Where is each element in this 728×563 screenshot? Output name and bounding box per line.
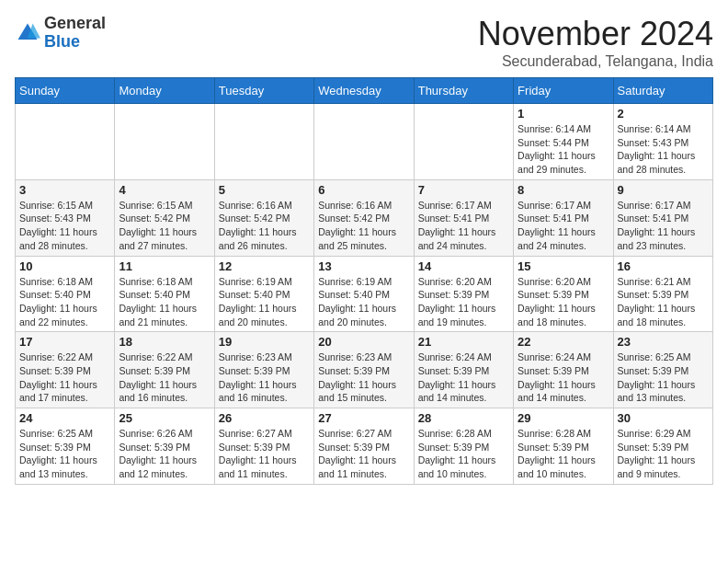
week-row-1: 1Sunrise: 6:14 AMSunset: 5:44 PMDaylight… [16, 104, 713, 180]
day-info: Sunrise: 6:20 AMSunset: 5:39 PMDaylight:… [418, 275, 509, 329]
day-info: Sunrise: 6:17 AMSunset: 5:41 PMDaylight:… [518, 199, 609, 253]
day-number: 18 [119, 335, 210, 349]
calendar-cell: 29Sunrise: 6:28 AMSunset: 5:39 PMDayligh… [514, 408, 613, 485]
col-header-monday: Monday [115, 78, 214, 104]
day-info: Sunrise: 6:29 AMSunset: 5:39 PMDaylight:… [618, 427, 709, 481]
calendar-cell: 26Sunrise: 6:27 AMSunset: 5:39 PMDayligh… [214, 408, 313, 485]
day-number: 24 [19, 411, 110, 425]
day-info: Sunrise: 6:15 AMSunset: 5:43 PMDaylight:… [19, 199, 110, 253]
day-info: Sunrise: 6:25 AMSunset: 5:39 PMDaylight:… [19, 427, 110, 481]
location-subtitle: Secunderabad, Telangana, India [478, 53, 713, 70]
calendar-cell [115, 104, 214, 180]
day-info: Sunrise: 6:22 AMSunset: 5:39 PMDaylight:… [19, 350, 110, 405]
day-info: Sunrise: 6:19 AMSunset: 5:40 PMDaylight:… [318, 275, 409, 329]
day-number: 13 [318, 259, 409, 273]
week-row-5: 24Sunrise: 6:25 AMSunset: 5:39 PMDayligh… [16, 408, 713, 485]
week-row-3: 10Sunrise: 6:18 AMSunset: 5:40 PMDayligh… [16, 256, 713, 332]
title-block: November 2024 Secunderabad, Telangana, I… [478, 15, 713, 70]
calendar-cell [16, 104, 115, 180]
col-header-tuesday: Tuesday [214, 78, 313, 104]
day-info: Sunrise: 6:14 AMSunset: 5:43 PMDaylight:… [618, 122, 709, 177]
day-info: Sunrise: 6:26 AMSunset: 5:39 PMDaylight:… [119, 427, 210, 481]
col-header-friday: Friday [514, 78, 613, 104]
day-number: 23 [618, 335, 709, 349]
calendar-cell [414, 104, 513, 180]
day-number: 25 [119, 411, 210, 425]
logo: General Blue [15, 15, 106, 52]
day-number: 1 [518, 107, 609, 121]
day-number: 30 [618, 411, 709, 425]
calendar-cell: 11Sunrise: 6:18 AMSunset: 5:40 PMDayligh… [115, 256, 214, 332]
calendar-cell: 25Sunrise: 6:26 AMSunset: 5:39 PMDayligh… [115, 408, 214, 485]
day-number: 7 [418, 183, 509, 197]
logo-general-text: General [44, 15, 106, 33]
day-info: Sunrise: 6:18 AMSunset: 5:40 PMDaylight:… [19, 275, 110, 329]
day-number: 4 [119, 183, 210, 197]
day-info: Sunrise: 6:28 AMSunset: 5:39 PMDaylight:… [418, 427, 509, 481]
calendar-cell: 2Sunrise: 6:14 AMSunset: 5:43 PMDaylight… [613, 104, 712, 180]
day-number: 9 [618, 183, 709, 197]
calendar-cell: 16Sunrise: 6:21 AMSunset: 5:39 PMDayligh… [613, 256, 712, 332]
calendar-cell: 3Sunrise: 6:15 AMSunset: 5:43 PMDaylight… [16, 179, 115, 256]
calendar-cell: 12Sunrise: 6:19 AMSunset: 5:40 PMDayligh… [214, 256, 313, 332]
calendar-cell: 24Sunrise: 6:25 AMSunset: 5:39 PMDayligh… [16, 408, 115, 485]
day-info: Sunrise: 6:28 AMSunset: 5:39 PMDaylight:… [518, 427, 609, 481]
calendar-cell: 17Sunrise: 6:22 AMSunset: 5:39 PMDayligh… [16, 332, 115, 408]
calendar-cell: 4Sunrise: 6:15 AMSunset: 5:42 PMDaylight… [115, 179, 214, 256]
day-number: 21 [418, 335, 509, 349]
calendar-cell: 9Sunrise: 6:17 AMSunset: 5:41 PMDaylight… [613, 179, 712, 256]
day-number: 27 [318, 411, 409, 425]
day-number: 26 [219, 411, 310, 425]
calendar-cell: 22Sunrise: 6:24 AMSunset: 5:39 PMDayligh… [514, 332, 613, 408]
day-number: 19 [219, 335, 310, 349]
calendar-table: SundayMondayTuesdayWednesdayThursdayFrid… [15, 77, 713, 485]
day-info: Sunrise: 6:27 AMSunset: 5:39 PMDaylight:… [318, 427, 409, 481]
calendar-cell: 8Sunrise: 6:17 AMSunset: 5:41 PMDaylight… [514, 179, 613, 256]
col-header-saturday: Saturday [613, 78, 712, 104]
day-number: 8 [518, 183, 609, 197]
calendar-cell: 27Sunrise: 6:27 AMSunset: 5:39 PMDayligh… [314, 408, 414, 485]
day-info: Sunrise: 6:24 AMSunset: 5:39 PMDaylight:… [418, 350, 509, 405]
day-number: 10 [19, 259, 110, 273]
col-header-sunday: Sunday [16, 78, 115, 104]
day-info: Sunrise: 6:23 AMSunset: 5:39 PMDaylight:… [318, 350, 409, 405]
calendar-cell: 14Sunrise: 6:20 AMSunset: 5:39 PMDayligh… [414, 256, 513, 332]
calendar-cell: 7Sunrise: 6:17 AMSunset: 5:41 PMDaylight… [414, 179, 513, 256]
calendar-cell: 10Sunrise: 6:18 AMSunset: 5:40 PMDayligh… [16, 256, 115, 332]
calendar-cell: 13Sunrise: 6:19 AMSunset: 5:40 PMDayligh… [314, 256, 414, 332]
calendar-cell [314, 104, 414, 180]
col-header-thursday: Thursday [414, 78, 513, 104]
day-info: Sunrise: 6:20 AMSunset: 5:39 PMDaylight:… [518, 275, 609, 329]
day-info: Sunrise: 6:24 AMSunset: 5:39 PMDaylight:… [518, 350, 609, 405]
calendar-cell: 20Sunrise: 6:23 AMSunset: 5:39 PMDayligh… [314, 332, 414, 408]
calendar-cell [214, 104, 313, 180]
day-number: 6 [318, 183, 409, 197]
day-info: Sunrise: 6:21 AMSunset: 5:39 PMDaylight:… [618, 275, 709, 329]
day-number: 3 [19, 183, 110, 197]
day-number: 15 [518, 259, 609, 273]
day-info: Sunrise: 6:14 AMSunset: 5:44 PMDaylight:… [518, 122, 609, 177]
day-info: Sunrise: 6:22 AMSunset: 5:39 PMDaylight:… [119, 350, 210, 405]
calendar-cell: 15Sunrise: 6:20 AMSunset: 5:39 PMDayligh… [514, 256, 613, 332]
week-row-2: 3Sunrise: 6:15 AMSunset: 5:43 PMDaylight… [16, 179, 713, 256]
day-number: 20 [318, 335, 409, 349]
logo-icon [15, 20, 40, 46]
calendar-cell: 18Sunrise: 6:22 AMSunset: 5:39 PMDayligh… [115, 332, 214, 408]
logo-blue-text: Blue [44, 33, 106, 52]
month-title: November 2024 [478, 15, 713, 53]
day-info: Sunrise: 6:16 AMSunset: 5:42 PMDaylight:… [318, 199, 409, 253]
day-info: Sunrise: 6:25 AMSunset: 5:39 PMDaylight:… [618, 350, 709, 405]
day-info: Sunrise: 6:19 AMSunset: 5:40 PMDaylight:… [219, 275, 310, 329]
day-info: Sunrise: 6:15 AMSunset: 5:42 PMDaylight:… [119, 199, 210, 253]
day-info: Sunrise: 6:17 AMSunset: 5:41 PMDaylight:… [618, 199, 709, 253]
header-row: SundayMondayTuesdayWednesdayThursdayFrid… [16, 78, 713, 104]
calendar-cell: 23Sunrise: 6:25 AMSunset: 5:39 PMDayligh… [613, 332, 712, 408]
calendar-cell: 5Sunrise: 6:16 AMSunset: 5:42 PMDaylight… [214, 179, 313, 256]
day-number: 29 [518, 411, 609, 425]
col-header-wednesday: Wednesday [314, 78, 414, 104]
day-number: 14 [418, 259, 509, 273]
day-info: Sunrise: 6:17 AMSunset: 5:41 PMDaylight:… [418, 199, 509, 253]
day-info: Sunrise: 6:27 AMSunset: 5:39 PMDaylight:… [219, 427, 310, 481]
calendar-cell: 6Sunrise: 6:16 AMSunset: 5:42 PMDaylight… [314, 179, 414, 256]
calendar-cell: 30Sunrise: 6:29 AMSunset: 5:39 PMDayligh… [613, 408, 712, 485]
